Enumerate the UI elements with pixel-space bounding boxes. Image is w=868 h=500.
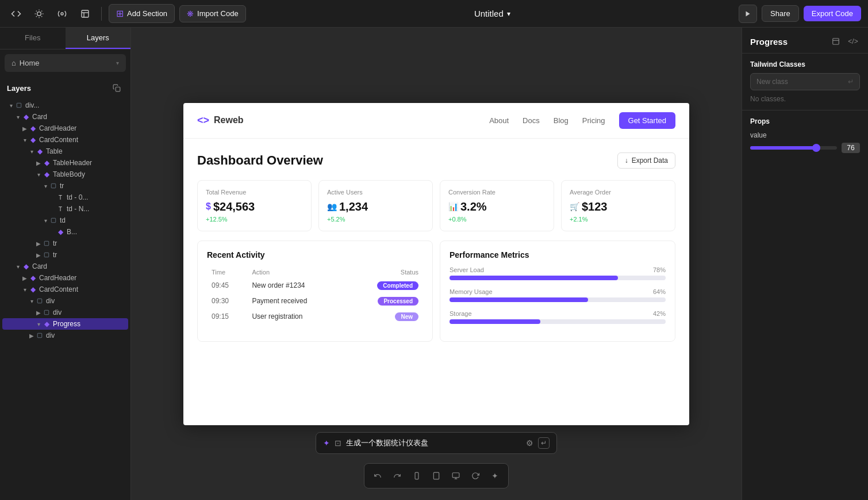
- users-icon: 👥: [327, 202, 337, 211]
- component-icon: ◆: [22, 113, 30, 121]
- stat-card-order: Average Order 🛒$123 +2.1%: [561, 180, 675, 231]
- get-started-button[interactable]: Get Started: [619, 112, 675, 129]
- layer-item[interactable]: ▶ ◆ B...: [2, 226, 128, 238]
- component-icon: ◆: [29, 136, 37, 144]
- layer-item[interactable]: ▶ ◆ CardHeader: [2, 123, 128, 134]
- box-icon: [36, 297, 44, 305]
- layer-item[interactable]: ▶ T td - 0...: [2, 192, 128, 203]
- undo-button[interactable]: [369, 467, 386, 484]
- slider-thumb[interactable]: [812, 144, 820, 152]
- box-icon: [43, 251, 51, 259]
- nav-blog[interactable]: Blog: [554, 116, 569, 125]
- stat-label: Average Order: [570, 189, 667, 196]
- metric-bar-bg: [450, 276, 666, 280]
- text-icon: T: [56, 193, 64, 201]
- add-section-button[interactable]: ⊞ Add Section: [109, 4, 175, 23]
- right-header-icons: </>: [829, 35, 860, 48]
- layer-item[interactable]: ▾ div...: [2, 100, 128, 111]
- code-view-icon[interactable]: </>: [846, 35, 860, 48]
- layer-item[interactable]: ▶ tr: [2, 249, 128, 261]
- theme-icon[interactable]: [30, 5, 48, 23]
- home-dropdown[interactable]: ⌂ Home ▾: [5, 54, 126, 72]
- download-icon: ↓: [625, 157, 628, 165]
- title-row: Dashboard Overview ↓ Export Data: [197, 152, 675, 169]
- layer-item[interactable]: ▶ ◆ TableHeader: [2, 157, 128, 169]
- tab-files[interactable]: Files: [0, 28, 66, 49]
- component-icon: ◆: [43, 170, 51, 178]
- layer-item[interactable]: ▾ ◆ Card: [2, 111, 128, 123]
- play-button[interactable]: [739, 5, 757, 23]
- metrics-title: Performance Metrics: [450, 250, 666, 259]
- layer-item[interactable]: ▶ T td - N...: [2, 203, 128, 215]
- layer-item[interactable]: ▾ td: [2, 215, 128, 226]
- export-data-button[interactable]: ↓ Export Data: [617, 152, 675, 169]
- svg-rect-12: [37, 299, 42, 303]
- redo-button[interactable]: [389, 467, 406, 484]
- metric-value: 78%: [653, 266, 666, 273]
- status-badge: Processed: [378, 297, 418, 306]
- layer-item[interactable]: ▶ div: [2, 307, 128, 318]
- svg-rect-13: [44, 310, 49, 315]
- component-icon: ◆: [43, 320, 51, 328]
- settings-icon[interactable]: [53, 5, 71, 23]
- svg-rect-15: [415, 472, 418, 479]
- ai-input-bar[interactable]: ✦ ⊡ 生成一个数据统计仪表盘 ⚙ ↵: [316, 432, 557, 454]
- tablet-view-button[interactable]: [428, 467, 445, 484]
- ai-tool-button[interactable]: ✦: [486, 467, 504, 484]
- layer-name: Table: [46, 147, 124, 155]
- dashboard-nav: <> Reweb About Docs Blog Pricing Get Sta…: [183, 103, 689, 139]
- layer-item[interactable]: ▾ ◆ CardContent: [2, 134, 128, 146]
- import-code-button[interactable]: ❋ Import Code: [179, 5, 246, 22]
- svg-rect-8: [51, 184, 56, 188]
- metric-label: Storage: [450, 310, 472, 317]
- cell-status: Completed: [346, 278, 423, 293]
- layer-item[interactable]: ▾ ◆ Card: [2, 261, 128, 272]
- layer-item[interactable]: ▾ div: [2, 295, 128, 307]
- table-row: 09:15 User registration New: [207, 309, 423, 325]
- right-panel-title: Progress: [750, 37, 788, 47]
- mobile-view-button[interactable]: [408, 467, 425, 484]
- title-chevron: ▾: [507, 10, 510, 18]
- stat-value: 👥1,234: [327, 200, 424, 213]
- tailwind-input[interactable]: New class ↵: [750, 73, 860, 90]
- title-button[interactable]: Untitled ▾: [474, 9, 510, 18]
- svg-rect-6: [116, 87, 120, 91]
- layer-toggle: ▾: [34, 170, 43, 178]
- layer-item[interactable]: ▾ ◆ Table: [2, 146, 128, 157]
- stat-label: Conversion Rate: [448, 189, 546, 196]
- svg-rect-19: [452, 473, 459, 478]
- bottom-cards: Recent Activity Time Action Status: [197, 241, 675, 342]
- slider-track[interactable]: [750, 146, 837, 150]
- copy-layers-icon[interactable]: [110, 81, 124, 95]
- layer-item-progress[interactable]: ▾ ◆ Progress: [2, 318, 128, 330]
- slider-row: 76: [750, 143, 860, 153]
- component-icon: ◆: [29, 124, 37, 132]
- layer-item[interactable]: ▾ tr: [2, 180, 128, 192]
- refresh-button[interactable]: [467, 467, 484, 484]
- gear-icon[interactable]: ⚙: [526, 438, 533, 448]
- nav-pricing[interactable]: Pricing: [582, 116, 605, 125]
- share-button[interactable]: Share: [762, 5, 799, 22]
- layer-item[interactable]: ▾ ◆ TableBody: [2, 169, 128, 180]
- code-icon[interactable]: [7, 5, 25, 23]
- layer-item[interactable]: ▶ ◆ CardHeader: [2, 272, 128, 284]
- svg-point-0: [37, 12, 41, 16]
- layout-icon[interactable]: [76, 5, 94, 23]
- layer-name: td: [60, 216, 124, 224]
- layer-name: CardHeader: [39, 124, 124, 132]
- tab-layers[interactable]: Layers: [66, 28, 131, 49]
- layout-view-icon[interactable]: [829, 35, 843, 48]
- desktop-view-button[interactable]: [447, 467, 464, 484]
- nav-about[interactable]: About: [489, 116, 509, 125]
- layer-item[interactable]: ▶ tr: [2, 238, 128, 249]
- export-code-button[interactable]: Export Code: [804, 6, 861, 21]
- layer-item[interactable]: ▾ ◆ CardContent: [2, 284, 128, 295]
- nav-docs[interactable]: Docs: [523, 116, 540, 125]
- component-icon: ◆: [29, 274, 37, 282]
- dashboard-title: Dashboard Overview: [197, 153, 323, 168]
- layer-item[interactable]: ▶ div: [2, 330, 128, 341]
- logo-text: Reweb: [214, 115, 244, 125]
- dashboard-body: Dashboard Overview ↓ Export Data Total R…: [183, 139, 689, 425]
- chart-icon: 📊: [448, 202, 458, 211]
- layer-name: Card: [32, 262, 124, 270]
